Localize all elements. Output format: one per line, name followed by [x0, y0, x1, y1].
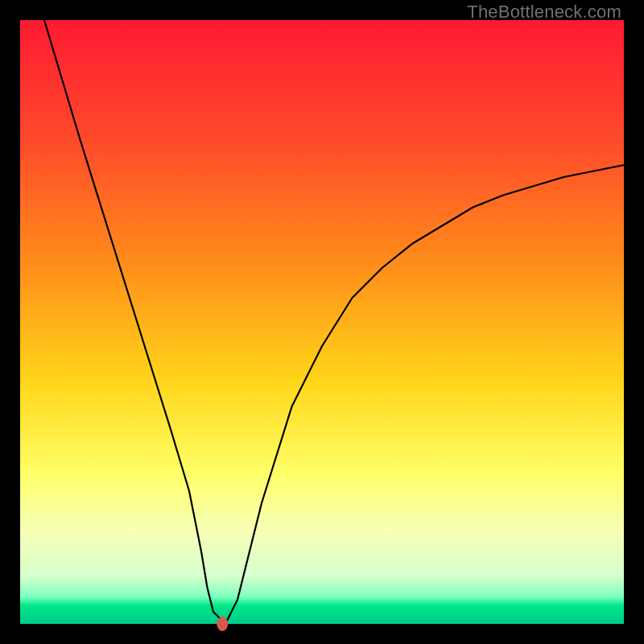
watermark-text: TheBottleneck.com: [467, 2, 621, 23]
chart-background-gradient: [20, 20, 624, 624]
bottleneck-chart: [0, 0, 644, 644]
chart-frame: { "watermark": "TheBottleneck.com", "cha…: [0, 0, 644, 644]
optimum-marker: [217, 617, 228, 631]
